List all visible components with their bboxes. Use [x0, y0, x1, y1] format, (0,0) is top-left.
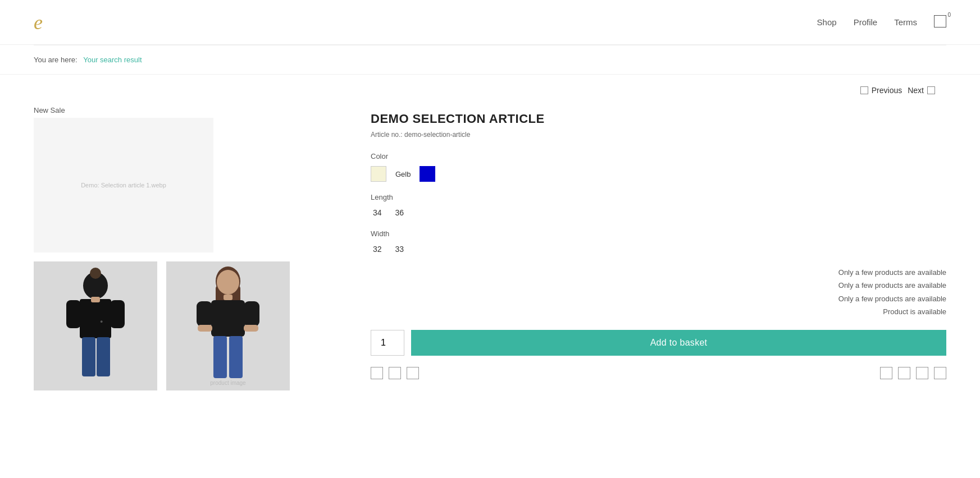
thumbnail-row: ● [34, 261, 337, 390]
next-button[interactable]: Next [908, 86, 935, 95]
header: e Shop Profile Terms 0 [0, 0, 980, 45]
width-options: 32 33 [371, 243, 946, 255]
color-options: Gelb [371, 166, 946, 182]
left-icon-group [371, 367, 419, 379]
woman-silhouette [172, 264, 284, 388]
svg-rect-8 [91, 297, 100, 302]
cart-button[interactable]: 0 [934, 15, 946, 29]
svg-rect-2 [80, 299, 111, 338]
svg-rect-13 [211, 300, 245, 337]
length-options: 34 36 [371, 207, 946, 218]
add-to-basket-button[interactable]: Add to basket [411, 330, 946, 356]
svg-rect-4 [110, 300, 125, 328]
svg-rect-14 [197, 301, 212, 327]
prev-icon [860, 86, 868, 94]
right-icon-group [880, 367, 946, 379]
avail-text-4: Product is available [371, 305, 946, 318]
thumbnail-man[interactable]: ● [34, 261, 157, 390]
nav-terms[interactable]: Terms [894, 17, 917, 27]
previous-label: Previous [872, 86, 902, 95]
product-layout: New Sale Demo: Selection article 1.webp … [34, 106, 946, 390]
bottom-icon-7[interactable] [934, 367, 946, 379]
product-navigation: Previous Next [34, 86, 946, 95]
color-swatch-blau[interactable] [420, 166, 435, 182]
svg-rect-17 [244, 325, 258, 332]
thumbnail-right-label: product image [210, 380, 245, 386]
availability-section: Only a few products are available Only a… [371, 266, 946, 319]
color-label: Color [371, 152, 946, 160]
cart-badge: 0 [947, 12, 951, 18]
svg-rect-19 [229, 336, 243, 378]
product-title: DEMO SELECTION ARTICLE [371, 112, 946, 126]
main-nav: Shop Profile Terms 0 [817, 15, 946, 29]
breadcrumb-prefix: You are here: [34, 56, 78, 64]
avail-text-3: Only a few products are available [371, 292, 946, 305]
nav-profile[interactable]: Profile [854, 17, 878, 27]
color-swatch-gelb[interactable] [371, 166, 386, 182]
add-to-basket-row: Add to basket [371, 330, 946, 356]
breadcrumb-link[interactable]: Your search result [83, 56, 142, 64]
svg-rect-18 [213, 336, 227, 378]
quantity-input[interactable] [371, 330, 404, 356]
svg-point-1 [90, 268, 101, 279]
color-name-gelb: Gelb [395, 170, 411, 178]
svg-rect-16 [198, 325, 212, 332]
main-image-alt: Demo: Selection article 1.webp [81, 182, 166, 189]
avail-text-2: Only a few products are available [371, 279, 946, 292]
bottom-icon-3[interactable] [407, 367, 419, 379]
width-section: Width 32 33 [371, 229, 946, 255]
width-option-33[interactable]: 33 [393, 243, 407, 255]
article-no-label: Article no.: [371, 131, 403, 139]
bottom-icon-5[interactable] [898, 367, 910, 379]
bottom-icon-2[interactable] [389, 367, 401, 379]
length-option-34[interactable]: 34 [371, 207, 384, 218]
length-section: Length 34 36 [371, 193, 946, 218]
bottom-icons [371, 367, 946, 379]
width-option-32[interactable]: 32 [371, 243, 384, 255]
length-option-36[interactable]: 36 [393, 207, 407, 218]
svg-point-11 [217, 270, 239, 295]
avail-text-1: Only a few products are available [371, 266, 946, 279]
product-details: DEMO SELECTION ARTICLE Article no.: demo… [371, 106, 946, 390]
color-section: Color Gelb [371, 152, 946, 182]
svg-rect-15 [244, 301, 259, 327]
product-images: New Sale Demo: Selection article 1.webp … [34, 106, 337, 390]
man-silhouette: ● [45, 264, 146, 388]
article-number: Article no.: demo-selection-article [371, 131, 946, 139]
bottom-icon-6[interactable] [916, 367, 928, 379]
logo: e [34, 11, 43, 34]
next-icon [927, 86, 935, 94]
bottom-icon-1[interactable] [371, 367, 383, 379]
length-label: Length [371, 193, 946, 201]
sale-badge: New Sale [34, 106, 337, 114]
thumbnail-woman[interactable]: product image [166, 261, 290, 390]
nav-shop[interactable]: Shop [817, 17, 837, 27]
breadcrumb: You are here: Your search result [0, 45, 980, 75]
svg-rect-5 [82, 337, 95, 376]
main-content: Previous Next New Sale Demo: Selection a… [0, 75, 980, 402]
cart-icon [934, 15, 946, 27]
article-no-value: demo-selection-article [404, 131, 470, 139]
width-label: Width [371, 229, 946, 238]
previous-button[interactable]: Previous [860, 86, 902, 95]
svg-rect-12 [224, 295, 233, 300]
bottom-icon-4[interactable] [880, 367, 892, 379]
svg-text:●: ● [100, 319, 103, 324]
main-product-image: Demo: Selection article 1.webp [34, 118, 213, 252]
svg-rect-6 [97, 337, 110, 376]
next-label: Next [908, 86, 924, 95]
svg-rect-3 [66, 300, 81, 328]
